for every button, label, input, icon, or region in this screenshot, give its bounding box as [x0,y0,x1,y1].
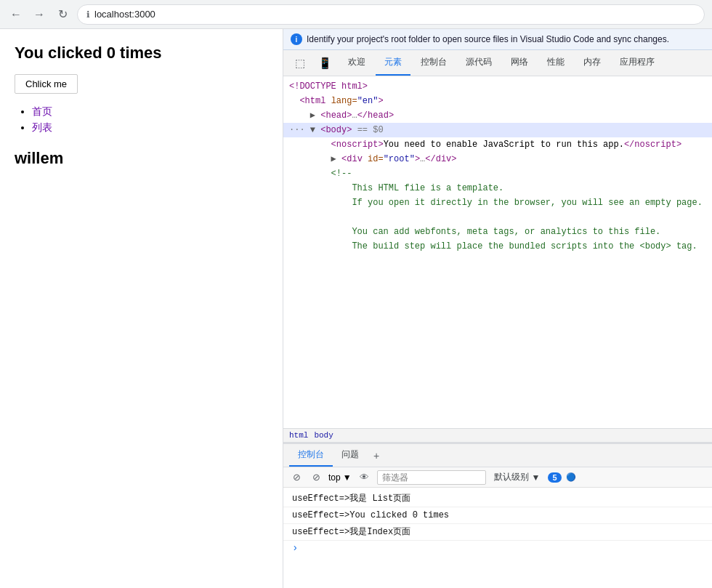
top-arrow: ▼ [343,472,352,483]
level-select[interactable]: 默认级别 ▼ [490,470,544,485]
noscript-text: You need to enable JavaScript to run thi… [384,140,624,150]
lang-attr: lang= [331,96,357,106]
console-toolbar: ⊘ ⊘ top ▼ 👁 默认级别 ▼ 5 🔵 [283,467,712,488]
noscript-open: <noscript> [331,140,384,150]
back-button[interactable]: ← [7,6,25,23]
app-panel: You clicked 0 times Chlick me 首页 列表 will… [0,29,283,588]
devtools-panel: i Identify your project's root folder to… [283,29,712,588]
html-line-comment-1: This HTML file is a template. [283,181,712,196]
html-line-comment-blank [283,210,712,225]
html-line-div-root[interactable]: ▶ <div id="root">…</div> [283,152,712,166]
id-value: "root" [384,154,415,164]
html-line-comment-4: The build step will place the bundled sc… [283,239,712,254]
forward-button[interactable]: → [31,6,48,23]
elements-panel: <!DOCTYPE html> <html lang="en"> ▶ <head… [283,76,712,428]
html-line-head[interactable]: ▶ <head>…</head> [283,108,712,123]
add-tab-button[interactable]: + [368,446,385,466]
tab-memory[interactable]: 内存 [575,50,610,76]
html-line-comment-2: If you open it directly in the browser, … [283,196,712,210]
top-label: top [328,472,341,483]
click-count-text: You clicked 0 times [15,44,268,63]
badge-icon: 🔵 [566,472,576,482]
refresh-button[interactable]: ↻ [54,6,71,23]
html-tag-open: <html [299,96,325,106]
level-arrow: ▼ [532,472,541,483]
tab-performance[interactable]: 性能 [538,50,573,76]
head-collapsed: … [352,110,357,121]
head-close: </head> [357,110,394,121]
dots: ··· [289,125,305,135]
console-log-0: useEffect=>我是 List页面 [283,491,712,507]
console-log-2: useEffect=>我是Index页面 [283,524,712,541]
div-open: <div [341,154,363,164]
console-badge: 5 [548,472,561,483]
html-line-body[interactable]: ··· ▼ <body> == $0 [283,123,712,137]
no-filter-button[interactable]: ⊘ [309,470,324,485]
browser-chrome: ← → ↻ ℹ localhost:3000 [0,0,712,29]
html-line-doctype: <!DOCTYPE html> [283,79,712,94]
breadcrumb-bar: html body [283,428,712,443]
div-tag-end: > [415,154,420,164]
tab-console[interactable]: 控制台 [412,50,456,76]
info-icon: ℹ [86,9,90,20]
html-line-noscript: <noscript>You need to enable JavaScript … [283,137,712,152]
tab-welcome[interactable]: 欢迎 [339,50,374,76]
console-area: 控制台 问题 + ⊘ ⊘ top ▼ 👁 默认级别 ▼ 5 🔵 [283,443,712,588]
lang-value: "en" [357,96,379,106]
console-tabs: 控制台 问题 + [283,444,712,467]
level-label: 默认级别 [494,471,529,483]
html-line-comment-3: You can add webfonts, meta tags, or anal… [283,225,712,239]
expand-body[interactable]: ▼ [310,125,315,135]
html-tag-close: > [378,96,383,106]
list-item: 首页 [32,105,268,118]
top-selector[interactable]: top ▼ [328,472,352,483]
username-text: willem [15,149,268,168]
comment-text-1: This HTML file is a template. [289,183,503,193]
breadcrumb-body[interactable]: body [314,431,333,440]
url-text: localhost:3000 [94,9,155,20]
devtools-info-bar: i Identify your project's root folder to… [283,29,712,50]
head-tag: <head> [320,110,352,121]
tab-network[interactable]: 网络 [502,50,537,76]
clear-console-button[interactable]: ⊘ [289,470,304,485]
nav-links: 首页 列表 [15,105,268,134]
body-tag: <body> [320,125,352,135]
tab-sources[interactable]: 源代码 [457,50,501,76]
click-button[interactable]: Chlick me [15,74,78,94]
body-eq: == $0 [357,125,384,135]
devtools-tabs: ⬚ 📱 欢迎 元素 控制台 源代码 网络 性能 内存 应用程序 [283,50,712,76]
eye-button[interactable]: 👁 [356,470,373,485]
info-badge: i [291,33,302,45]
comment-open: <!-- [331,169,352,179]
tab-application[interactable]: 应用程序 [611,50,663,76]
list-item: 列表 [32,121,268,134]
inspect-icon[interactable]: ⬚ [289,52,311,74]
html-line-comment-open: <!-- [283,166,712,181]
comment-text-3: You can add webfonts, meta tags, or anal… [289,227,660,237]
id-attr: id= [368,154,384,164]
console-output: useEffect=>我是 List页面 useEffect=>You clic… [283,488,712,588]
html-line-html: <html lang="en"> [283,94,712,108]
tab-elements[interactable]: 元素 [376,50,410,76]
div-close: </div> [425,154,456,164]
nav-link-list[interactable]: 列表 [32,121,52,133]
console-log-1: useEffect=>You clicked 0 times [283,507,712,524]
comment-text-4: The build step will place the bundled sc… [289,241,697,251]
main-layout: You clicked 0 times Chlick me 首页 列表 will… [0,29,712,588]
expand-head[interactable]: ▶ [310,110,315,121]
doctype-tag: <!DOCTYPE html> [289,81,368,92]
console-tab-console[interactable]: 控制台 [289,444,333,467]
console-tab-issues[interactable]: 问题 [333,444,368,467]
comment-text-2: If you open it directly in the browser, … [289,198,703,208]
breadcrumb-html[interactable]: html [289,431,308,440]
device-icon[interactable]: 📱 [312,52,338,74]
noscript-close: </noscript> [624,140,681,150]
nav-link-home[interactable]: 首页 [32,105,52,117]
console-prompt[interactable]: › [283,541,712,555]
info-text: Identify your project's root folder to o… [307,34,669,44]
expand-div[interactable]: ▶ [331,154,336,164]
filter-input[interactable] [377,470,486,485]
address-bar[interactable]: ℹ localhost:3000 [77,4,705,25]
